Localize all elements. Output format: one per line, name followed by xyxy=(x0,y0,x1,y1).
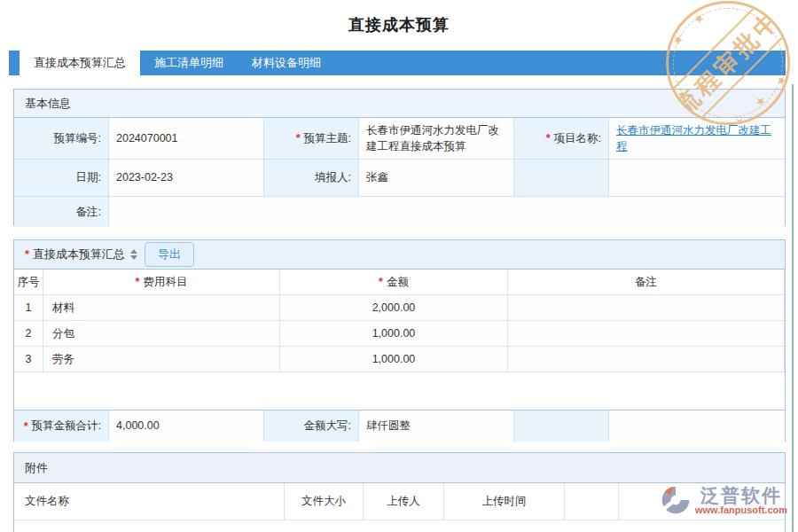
page-title: 直接成本预算 xyxy=(0,14,798,35)
row-subject: 分包 xyxy=(43,321,280,347)
sort-icon[interactable] xyxy=(130,249,137,260)
budget-no-value: 2024070001 xyxy=(109,118,264,160)
date-value: 2023-02-23 xyxy=(109,160,264,197)
caps-label: 金额大写: xyxy=(264,411,359,442)
tab-material-equipment-detail[interactable]: 材料设备明细 xyxy=(238,51,335,75)
export-button[interactable]: 导出 xyxy=(145,242,194,267)
summary-empty-area xyxy=(14,372,785,411)
row-seq: 1 xyxy=(14,295,43,321)
brand-name: 泛普软件 xyxy=(700,485,782,505)
project-label: 项目名称: xyxy=(514,118,609,160)
row-remark xyxy=(508,347,785,372)
project-link[interactable]: 长春市伊通河水力发电厂改建工程 xyxy=(616,122,778,154)
summary-panel: 直接成本预算汇总 导出 序号 费用科目 金额 备注 1 材料 2,000.00 … xyxy=(13,239,786,442)
row-seq: 2 xyxy=(14,321,43,347)
col-header-file-size: 文件大小 xyxy=(285,483,364,520)
attachments-empty-row xyxy=(14,520,785,532)
date-label: 日期: xyxy=(14,160,109,197)
col-header-seq: 序号 xyxy=(14,270,43,295)
caps-value: 肆仟圆整 xyxy=(359,411,514,442)
row-amount: 2,000.00 xyxy=(280,295,508,321)
summary-table: 序号 费用科目 金额 备注 1 材料 2,000.00 2 分包 1,000.0… xyxy=(14,270,785,372)
subject-label: 预算主题: xyxy=(264,118,359,160)
basic-info-panel: 基本信息 预算编号: 2024070001 预算主题: 长春市伊通河水力发电厂改… xyxy=(13,89,786,226)
row-remark xyxy=(508,321,785,347)
row-seq: 3 xyxy=(14,347,43,372)
summary-header: 直接成本预算汇总 导出 xyxy=(14,240,785,270)
budget-no-label: 预算编号: xyxy=(14,118,109,160)
attachments-header: 附件 xyxy=(14,453,785,483)
project-value-cell: 长春市伊通河水力发电厂改建工程 xyxy=(609,118,785,160)
reporter-value: 张鑫 xyxy=(359,160,514,197)
brand-url: www.fanpusoft.com xyxy=(695,505,787,515)
col-header-amount: 金额 xyxy=(280,270,508,295)
col-header-uploader: 上传人 xyxy=(364,483,444,520)
total-value: 4,000.00 xyxy=(109,411,264,442)
basic-info-grid: 预算编号: 2024070001 预算主题: 长春市伊通河水力发电厂改建工程直接… xyxy=(14,118,785,227)
total-empty-label xyxy=(514,411,609,442)
row-subject: 材料 xyxy=(43,295,280,321)
right-edge-divider xyxy=(792,84,794,532)
col-header-upload-time: 上传时间 xyxy=(444,483,565,520)
empty-label-cell xyxy=(514,160,609,197)
total-empty-value xyxy=(609,411,785,442)
tab-construction-list-detail[interactable]: 施工清单明细 xyxy=(140,51,238,75)
remark-label: 备注: xyxy=(14,197,109,227)
summary-title: 直接成本预算汇总 xyxy=(25,246,125,262)
col-header-empty xyxy=(565,483,619,520)
fanpu-logo-icon xyxy=(660,484,692,516)
col-header-remark: 备注 xyxy=(508,270,785,295)
row-subject: 劳务 xyxy=(43,347,280,372)
subject-value: 长春市伊通河水力发电厂改建工程直接成本预算 xyxy=(359,118,514,160)
footer-brand: 泛普软件 www.fanpusoft.com xyxy=(660,484,787,516)
row-amount: 1,000.00 xyxy=(280,347,508,372)
empty-value-cell xyxy=(609,160,785,197)
col-header-subject: 费用科目 xyxy=(43,270,280,295)
row-remark xyxy=(508,295,785,321)
reporter-label: 填报人: xyxy=(264,160,359,197)
basic-info-header: 基本信息 xyxy=(14,90,785,118)
tab-direct-cost-summary[interactable]: 直接成本预算汇总 xyxy=(20,51,140,82)
col-header-file-name: 文件名称 xyxy=(14,483,285,520)
total-label: 预算金额合计: xyxy=(14,411,109,442)
summary-total-row: 预算金额合计: 4,000.00 金额大写: 肆仟圆整 xyxy=(14,411,785,442)
tab-bar: 直接成本预算汇总 施工清单明细 材料设备明细 xyxy=(9,51,786,75)
remark-value xyxy=(109,197,785,227)
row-amount: 1,000.00 xyxy=(280,321,508,347)
